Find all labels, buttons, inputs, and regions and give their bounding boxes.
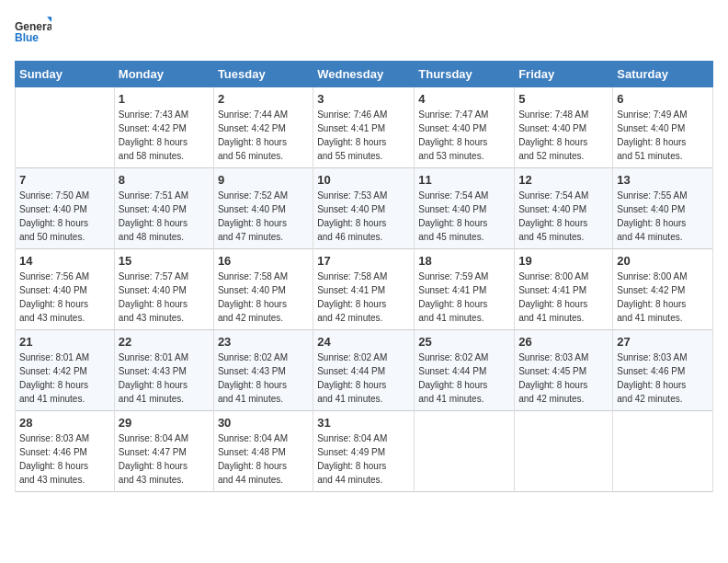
day-info: Sunrise: 8:04 AM Sunset: 4:49 PM Dayligh… <box>317 431 410 487</box>
day-number: 16 <box>218 254 309 268</box>
calendar-cell: 7Sunrise: 7:50 AM Sunset: 4:40 PM Daylig… <box>16 168 115 249</box>
day-number: 11 <box>418 173 510 187</box>
day-number: 19 <box>518 254 609 268</box>
day-number: 23 <box>218 335 309 349</box>
day-info: Sunrise: 7:48 AM Sunset: 4:40 PM Dayligh… <box>518 108 609 163</box>
weekday-header: Monday <box>114 62 213 87</box>
calendar-cell: 25Sunrise: 8:02 AM Sunset: 4:44 PM Dayli… <box>415 330 515 411</box>
calendar-cell: 14Sunrise: 7:56 AM Sunset: 4:40 PM Dayli… <box>16 249 115 330</box>
day-info: Sunrise: 8:03 AM Sunset: 4:46 PM Dayligh… <box>19 431 110 487</box>
weekday-header: Tuesday <box>213 62 313 87</box>
day-info: Sunrise: 7:52 AM Sunset: 4:40 PM Dayligh… <box>218 189 309 244</box>
calendar-week-row: 21Sunrise: 8:01 AM Sunset: 4:42 PM Dayli… <box>16 330 713 411</box>
day-info: Sunrise: 7:59 AM Sunset: 4:41 PM Dayligh… <box>418 270 510 325</box>
logo-icon: General Blue <box>15 15 51 50</box>
day-info: Sunrise: 7:58 AM Sunset: 4:41 PM Dayligh… <box>317 270 410 325</box>
calendar-cell: 6Sunrise: 7:49 AM Sunset: 4:40 PM Daylig… <box>613 87 713 168</box>
calendar-cell <box>515 411 613 492</box>
day-info: Sunrise: 8:00 AM Sunset: 4:41 PM Dayligh… <box>518 270 609 325</box>
day-info: Sunrise: 7:49 AM Sunset: 4:40 PM Dayligh… <box>617 108 709 163</box>
calendar-cell <box>16 87 115 168</box>
day-number: 21 <box>19 335 110 349</box>
day-number: 26 <box>518 335 609 349</box>
day-number: 6 <box>617 92 709 106</box>
calendar-cell: 4Sunrise: 7:47 AM Sunset: 4:40 PM Daylig… <box>415 87 515 168</box>
day-info: Sunrise: 8:02 AM Sunset: 4:44 PM Dayligh… <box>418 350 510 406</box>
day-info: Sunrise: 8:04 AM Sunset: 4:47 PM Dayligh… <box>119 431 210 487</box>
day-number: 2 <box>218 92 309 106</box>
day-info: Sunrise: 7:54 AM Sunset: 4:40 PM Dayligh… <box>418 189 510 244</box>
day-info: Sunrise: 8:03 AM Sunset: 4:46 PM Dayligh… <box>617 350 709 406</box>
day-number: 29 <box>119 416 210 430</box>
calendar-cell: 29Sunrise: 8:04 AM Sunset: 4:47 PM Dayli… <box>114 411 213 492</box>
day-info: Sunrise: 7:46 AM Sunset: 4:41 PM Dayligh… <box>317 108 410 163</box>
calendar-cell: 1Sunrise: 7:43 AM Sunset: 4:42 PM Daylig… <box>114 87 213 168</box>
calendar-cell: 17Sunrise: 7:58 AM Sunset: 4:41 PM Dayli… <box>313 249 415 330</box>
day-number: 24 <box>317 335 410 349</box>
calendar-cell: 15Sunrise: 7:57 AM Sunset: 4:40 PM Dayli… <box>114 249 213 330</box>
calendar-cell: 10Sunrise: 7:53 AM Sunset: 4:40 PM Dayli… <box>313 168 415 249</box>
calendar-cell: 20Sunrise: 8:00 AM Sunset: 4:42 PM Dayli… <box>613 249 713 330</box>
day-number: 13 <box>617 173 709 187</box>
day-info: Sunrise: 7:57 AM Sunset: 4:40 PM Dayligh… <box>119 270 210 325</box>
calendar-cell <box>415 411 515 492</box>
day-number: 5 <box>518 92 609 106</box>
calendar-cell: 24Sunrise: 8:02 AM Sunset: 4:44 PM Dayli… <box>313 330 415 411</box>
calendar-week-row: 7Sunrise: 7:50 AM Sunset: 4:40 PM Daylig… <box>16 168 713 249</box>
day-info: Sunrise: 8:01 AM Sunset: 4:42 PM Dayligh… <box>19 350 110 406</box>
day-number: 17 <box>317 254 410 268</box>
calendar-cell: 23Sunrise: 8:02 AM Sunset: 4:43 PM Dayli… <box>213 330 313 411</box>
page-header: General Blue <box>15 15 713 50</box>
day-number: 30 <box>218 416 309 430</box>
calendar-week-row: 28Sunrise: 8:03 AM Sunset: 4:46 PM Dayli… <box>16 411 713 492</box>
weekday-header: Friday <box>515 62 613 87</box>
calendar-cell: 11Sunrise: 7:54 AM Sunset: 4:40 PM Dayli… <box>415 168 515 249</box>
svg-text:General: General <box>15 20 51 33</box>
calendar-cell: 27Sunrise: 8:03 AM Sunset: 4:46 PM Dayli… <box>613 330 713 411</box>
day-info: Sunrise: 7:44 AM Sunset: 4:42 PM Dayligh… <box>218 108 309 163</box>
day-number: 31 <box>317 416 410 430</box>
day-info: Sunrise: 7:53 AM Sunset: 4:40 PM Dayligh… <box>317 189 410 244</box>
calendar-cell: 28Sunrise: 8:03 AM Sunset: 4:46 PM Dayli… <box>16 411 115 492</box>
day-info: Sunrise: 7:50 AM Sunset: 4:40 PM Dayligh… <box>19 189 110 244</box>
weekday-header: Wednesday <box>313 62 415 87</box>
day-number: 3 <box>317 92 410 106</box>
day-number: 25 <box>418 335 510 349</box>
day-number: 28 <box>19 416 110 430</box>
calendar-cell: 5Sunrise: 7:48 AM Sunset: 4:40 PM Daylig… <box>515 87 613 168</box>
day-info: Sunrise: 8:02 AM Sunset: 4:43 PM Dayligh… <box>218 350 309 406</box>
calendar-cell: 30Sunrise: 8:04 AM Sunset: 4:48 PM Dayli… <box>213 411 313 492</box>
day-info: Sunrise: 8:00 AM Sunset: 4:42 PM Dayligh… <box>617 270 709 325</box>
calendar-cell: 9Sunrise: 7:52 AM Sunset: 4:40 PM Daylig… <box>213 168 313 249</box>
calendar-cell <box>613 411 713 492</box>
day-info: Sunrise: 7:47 AM Sunset: 4:40 PM Dayligh… <box>418 108 510 163</box>
calendar-cell: 22Sunrise: 8:01 AM Sunset: 4:43 PM Dayli… <box>114 330 213 411</box>
day-number: 9 <box>218 173 309 187</box>
calendar-cell: 31Sunrise: 8:04 AM Sunset: 4:49 PM Dayli… <box>313 411 415 492</box>
calendar-week-row: 14Sunrise: 7:56 AM Sunset: 4:40 PM Dayli… <box>16 249 713 330</box>
weekday-header: Sunday <box>16 62 115 87</box>
calendar-week-row: 1Sunrise: 7:43 AM Sunset: 4:42 PM Daylig… <box>16 87 713 168</box>
day-number: 10 <box>317 173 410 187</box>
svg-text:Blue: Blue <box>15 31 39 44</box>
calendar-cell: 18Sunrise: 7:59 AM Sunset: 4:41 PM Dayli… <box>415 249 515 330</box>
calendar-cell: 21Sunrise: 8:01 AM Sunset: 4:42 PM Dayli… <box>16 330 115 411</box>
day-info: Sunrise: 8:02 AM Sunset: 4:44 PM Dayligh… <box>317 350 410 406</box>
calendar-cell: 19Sunrise: 8:00 AM Sunset: 4:41 PM Dayli… <box>515 249 613 330</box>
calendar-cell: 8Sunrise: 7:51 AM Sunset: 4:40 PM Daylig… <box>114 168 213 249</box>
weekday-header: Thursday <box>415 62 515 87</box>
calendar-cell: 16Sunrise: 7:58 AM Sunset: 4:40 PM Dayli… <box>213 249 313 330</box>
day-info: Sunrise: 7:51 AM Sunset: 4:40 PM Dayligh… <box>119 189 210 244</box>
day-number: 27 <box>617 335 709 349</box>
day-number: 15 <box>119 254 210 268</box>
calendar-header-row: SundayMondayTuesdayWednesdayThursdayFrid… <box>16 62 713 87</box>
calendar-cell: 12Sunrise: 7:54 AM Sunset: 4:40 PM Dayli… <box>515 168 613 249</box>
day-number: 1 <box>119 92 210 106</box>
calendar-cell: 26Sunrise: 8:03 AM Sunset: 4:45 PM Dayli… <box>515 330 613 411</box>
day-info: Sunrise: 7:56 AM Sunset: 4:40 PM Dayligh… <box>19 270 110 325</box>
calendar-cell: 2Sunrise: 7:44 AM Sunset: 4:42 PM Daylig… <box>213 87 313 168</box>
day-number: 14 <box>19 254 110 268</box>
day-number: 12 <box>518 173 609 187</box>
day-info: Sunrise: 8:03 AM Sunset: 4:45 PM Dayligh… <box>518 350 609 406</box>
day-info: Sunrise: 8:01 AM Sunset: 4:43 PM Dayligh… <box>119 350 210 406</box>
